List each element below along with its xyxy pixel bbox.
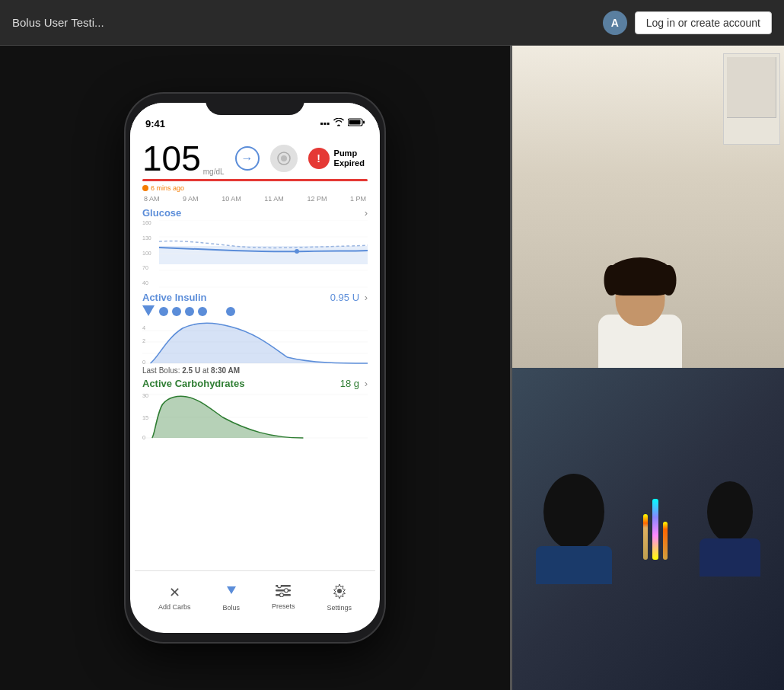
censor-face-right	[707, 481, 753, 542]
signal-icon: ▪▪▪	[320, 118, 330, 129]
page-title: Bolus User Testi...	[12, 16, 104, 29]
phone-screen: 9:41 ▪▪▪	[130, 103, 380, 633]
top-person	[598, 315, 682, 368]
active-insulin-header: Active Insulin 0.95 U ›	[142, 292, 368, 303]
svg-point-31	[337, 589, 342, 593]
svg-point-30	[280, 593, 284, 597]
shirt-left	[536, 546, 612, 584]
candle-2	[652, 499, 658, 560]
glucose-value: 105	[142, 141, 201, 176]
glucose-header: 105 mg/dL → ! Pump Expired	[142, 141, 368, 176]
left-panel: 9:41 ▪▪▪	[0, 46, 510, 690]
mins-ago: 6 mins ago	[142, 184, 368, 192]
glucose-section-header: Glucose ›	[142, 207, 368, 219]
nav-bolus-label: Bolus	[222, 604, 240, 612]
last-bolus: Last Bolus: 2.5 U at 8:30 AM	[142, 366, 368, 375]
censor-face-left	[543, 474, 604, 550]
svg-point-28	[278, 585, 282, 588]
presets-icon	[276, 585, 291, 600]
settings-icon	[332, 583, 347, 602]
glucose-arrow-icon[interactable]: →	[235, 146, 260, 171]
pump-button[interactable]	[270, 145, 298, 172]
svg-marker-24	[227, 586, 236, 594]
phone-mockup: 9:41 ▪▪▪	[126, 94, 384, 642]
add-carbs-icon: ✕	[169, 584, 180, 601]
nav-bolus[interactable]: Bolus	[222, 583, 240, 612]
dot-3	[185, 307, 194, 316]
status-bar: 9:41 ▪▪▪	[130, 103, 380, 135]
status-icons: ▪▪▪	[320, 118, 365, 129]
nav-settings[interactable]: Settings	[327, 583, 352, 612]
wifi-icon	[333, 118, 344, 129]
active-carbs-title: Active Carbohydrates	[142, 378, 244, 389]
top-bar: Bolus User Testi... A Log in or create a…	[0, 0, 784, 46]
svg-rect-1	[349, 120, 361, 125]
avatar[interactable]: A	[603, 11, 627, 35]
glucose-line-svg	[159, 220, 368, 289]
triangle-down-icon	[142, 305, 155, 316]
right-panel	[510, 46, 784, 690]
dot-2	[172, 307, 181, 316]
active-insulin-title: Active Insulin	[142, 292, 207, 303]
center-decoration	[643, 499, 668, 560]
insulin-chart: 4 2 0	[142, 319, 368, 365]
decorations	[643, 499, 668, 560]
insulin-dots-row	[142, 305, 368, 318]
svg-text:15: 15	[142, 414, 148, 421]
nav-presets[interactable]: Presets	[272, 585, 295, 610]
main-content: 9:41 ▪▪▪	[0, 46, 784, 690]
carbs-chart: 30 15 0	[142, 391, 368, 440]
bottom-person-right	[700, 481, 760, 577]
glucose-section-arrow[interactable]: ›	[365, 207, 368, 219]
battery-icon	[348, 118, 365, 129]
svg-point-10	[295, 249, 299, 254]
app-content: 105 mg/dL → ! Pump Expired	[130, 135, 380, 580]
shirt-right	[700, 538, 760, 577]
nav-add-carbs[interactable]: ✕ Add Carbs	[158, 584, 191, 611]
video-top	[512, 46, 784, 368]
bottom-nav: ✕ Add Carbs Bolus	[135, 570, 375, 624]
dot-1	[159, 307, 168, 316]
active-insulin-value[interactable]: 0.95 U ›	[330, 292, 368, 303]
candle-1	[643, 514, 648, 560]
cabinet-door	[727, 57, 776, 118]
active-carbs-header: Active Carbohydrates 18 g ›	[142, 378, 368, 389]
glucose-unit: mg/dL	[203, 168, 225, 176]
insulin-dots	[159, 307, 235, 316]
pump-expired-icon: !	[308, 148, 330, 169]
status-time: 9:41	[145, 118, 165, 129]
dot-4	[198, 307, 207, 316]
svg-point-4	[281, 155, 287, 161]
bottom-person-left	[536, 474, 612, 584]
svg-text:4: 4	[142, 324, 145, 331]
top-bar-actions: A Log in or create account	[603, 11, 772, 35]
svg-text:30: 30	[142, 392, 148, 399]
chart-y-labels: 160 130 100 70 40	[142, 220, 159, 289]
svg-text:0: 0	[142, 359, 145, 365]
video-bottom	[512, 368, 784, 690]
glucose-chart: 160 130 100 70 40	[142, 220, 368, 289]
bolus-icon	[224, 583, 239, 602]
svg-text:0: 0	[142, 434, 145, 440]
pump-expired-text: Pump Expired	[334, 149, 365, 168]
nav-add-carbs-label: Add Carbs	[158, 603, 191, 611]
person-face	[615, 269, 664, 326]
svg-text:2: 2	[142, 337, 145, 344]
login-button[interactable]: Log in or create account	[635, 11, 772, 34]
pump-expired: ! Pump Expired	[308, 148, 365, 169]
candle-3	[663, 522, 668, 560]
active-carbs-value[interactable]: 18 g ›	[340, 378, 368, 389]
nav-presets-label: Presets	[272, 602, 295, 610]
person-hair	[606, 257, 674, 295]
time-axis: 8 AM 9 AM 10 AM 11 AM 12 PM 1 PM	[142, 195, 368, 203]
svg-point-29	[285, 589, 288, 593]
carbs-chart-svg: 30 15 0	[142, 391, 368, 440]
insulin-chart-svg: 4 2 0	[142, 319, 368, 365]
pump-status-bar	[142, 179, 368, 181]
glucose-section-title: Glucose	[142, 207, 181, 219]
svg-rect-2	[363, 121, 365, 124]
mins-ago-icon	[142, 185, 148, 191]
nav-settings-label: Settings	[327, 604, 352, 612]
dot-5	[226, 307, 235, 316]
